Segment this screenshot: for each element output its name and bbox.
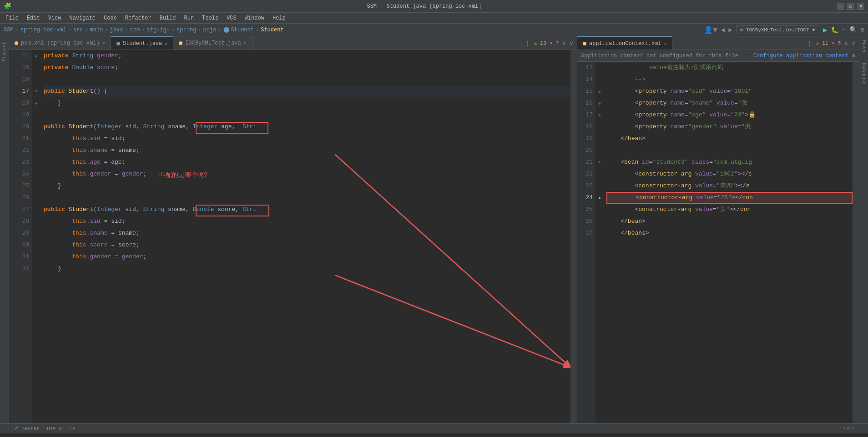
breadcrumb-com[interactable]: com <box>130 27 140 33</box>
pom-dot <box>15 41 18 45</box>
scroll-down-left[interactable]: ∨ <box>570 40 573 47</box>
menu-refactor[interactable]: Refactor <box>121 14 155 22</box>
toolbar-more-buttons: ⋯ <box>842 26 845 33</box>
scroll-up-right[interactable]: ∧ <box>844 40 848 47</box>
tab-appctx-close[interactable]: ✕ <box>664 41 666 46</box>
code-line-24: this . gender = gender ; <box>44 168 570 180</box>
tab-ioctest[interactable]: IOCByXMLTest.java ✕ <box>173 36 252 50</box>
project-label[interactable]: Project <box>2 42 7 61</box>
breadcrumb-spring[interactable]: spring <box>177 27 196 33</box>
code-line-27: public Student ( Integer sid, String sna… <box>44 204 570 216</box>
left-editor-scrollbar[interactable] <box>570 50 577 423</box>
code-line-21: this . sid = sid; <box>44 133 570 145</box>
tab-overflow-menu[interactable]: ⋮ <box>525 40 530 47</box>
breadcrumb-student[interactable]: Student <box>231 27 254 33</box>
fold-19 <box>32 74 41 85</box>
code-line-18: } <box>44 97 570 109</box>
right-editor-content: 13 14 15 16 17 18 19 20 21 22 23 24 25 2… <box>577 62 859 423</box>
breadcrumb-spring-ioc-xml[interactable]: spring-ioc-xml <box>20 27 66 33</box>
breadcrumb-student-class[interactable]: Student <box>261 27 283 33</box>
breadcrumb-ssm[interactable]: SSM <box>4 27 14 33</box>
fold-r15[interactable]: ◆ <box>595 85 604 97</box>
tab-pom[interactable]: pom.xml (spring-ioc-xml) ✕ <box>9 36 111 50</box>
rln-23: 23 <box>577 180 593 192</box>
close-button[interactable]: ✕ <box>857 3 864 10</box>
fold-r16[interactable]: ◆ <box>595 97 604 109</box>
status-branch[interactable]: ⎇ master <box>13 426 40 432</box>
code-line-16 <box>44 74 570 85</box>
search-button[interactable]: 🔍 <box>849 26 857 34</box>
toolbar-back-button[interactable]: ◀ <box>721 26 725 34</box>
menu-help[interactable]: Help <box>269 14 289 22</box>
fold-21[interactable]: ◆ <box>32 97 41 109</box>
menu-tools[interactable]: Tools <box>198 14 222 22</box>
breadcrumb-atguigu[interactable]: atguigu <box>147 27 170 33</box>
context-settings-icon[interactable]: ⚙ <box>852 52 855 59</box>
bottom-bar: ⎇ master UTF-8 LF 17:1 <box>0 423 868 433</box>
line-num-17: 17 <box>9 85 29 97</box>
fold-20[interactable]: ▼ <box>32 85 41 97</box>
student-dot <box>116 42 120 45</box>
right-editor-scrollbar[interactable] <box>853 62 859 423</box>
breadcrumb-main[interactable]: main <box>90 27 103 33</box>
scroll-down-right[interactable]: ∨ <box>852 40 855 47</box>
scroll-up-left[interactable]: ∧ <box>562 40 566 47</box>
debug-button[interactable]: 🐛 <box>831 26 838 34</box>
toolbar-right: 👤▼ ◀ ▶ ⚙ IOCByXMLTest.testIOC7 ▼ ▶ 🐛 ⋯ 🔍… <box>704 25 864 35</box>
maven-label[interactable]: Maven <box>861 40 866 54</box>
settings-button[interactable]: ⚙ <box>861 26 864 34</box>
tab-pom-close[interactable]: ✕ <box>102 40 105 46</box>
fold-r24[interactable]: ◆ <box>595 192 604 204</box>
menu-file[interactable]: File <box>2 14 22 22</box>
right-sidebar: Maven Database <box>859 36 868 423</box>
menu-vcs[interactable]: VCS <box>223 14 240 22</box>
xml-line-20 <box>606 145 853 156</box>
menu-navigate[interactable]: Navigate <box>66 14 99 22</box>
configure-context-link[interactable]: Configure application context <box>753 53 848 59</box>
database-label[interactable]: Database <box>861 63 866 85</box>
breadcrumb-pojo[interactable]: pojo <box>203 27 217 33</box>
code-body-left[interactable]: private String gender ; private Double s… <box>41 50 570 423</box>
fold-17[interactable]: ▶ <box>32 50 41 62</box>
menu-window[interactable]: Window <box>241 14 268 22</box>
fold-r17[interactable]: ◆ <box>595 109 604 121</box>
ioctest-dot <box>179 41 182 45</box>
breadcrumb-java[interactable]: java <box>110 27 123 33</box>
tab-student-close[interactable]: ✕ <box>165 41 167 46</box>
breadcrumb-src[interactable]: src <box>73 27 83 33</box>
code-line-23: this . age = age; <box>44 156 570 168</box>
right-editor-pane: applicationContext.xml ✕ ⋮ ⚠ 11 ✕ 5 ∧ ∨ … <box>577 36 859 423</box>
right-tab-actions: ⋮ ⚠ 11 ✕ 5 ∧ ∨ <box>807 36 859 50</box>
toolbar-forward-button[interactable]: ▶ <box>728 26 732 34</box>
xml-line-21: < bean id = "student3" class = "com.atgu… <box>606 156 853 168</box>
xml-line-27: </ beans > <box>606 227 853 239</box>
run-config-selector[interactable]: ⚙ IOCByXMLTest.testIOC7 ▼ <box>736 25 819 34</box>
right-tab-bar: applicationContext.xml ✕ ⋮ ⚠ 11 ✕ 5 ∧ ∨ <box>577 36 859 50</box>
rln-13: 13 <box>577 62 593 74</box>
menu-run[interactable]: Run <box>180 14 197 22</box>
run-button[interactable]: ▶ <box>823 25 828 35</box>
code-line-28: this . sid = sid; <box>44 216 570 227</box>
menu-code[interactable]: Code <box>100 14 121 22</box>
tab-ioctest-close[interactable]: ✕ <box>244 40 247 46</box>
bottom-left-panel <box>0 424 9 433</box>
xml-line-26: </ bean > <box>606 216 853 227</box>
tab-appctx[interactable]: applicationContext.xml ✕ <box>577 36 672 50</box>
code-line-19 <box>44 109 570 121</box>
toolbar-user-icon[interactable]: 👤▼ <box>704 25 717 35</box>
code-line-22: this . sname = sname; <box>44 145 570 156</box>
title-bar-controls: ─ □ ✕ <box>837 3 864 10</box>
minimize-button[interactable]: ─ <box>837 3 844 10</box>
fold-r21[interactable]: ▼ <box>595 156 604 168</box>
line-num-22: 22 <box>9 145 29 156</box>
xml-code-body[interactable]: value被注释为/测试用代码 --> < property name = "s… <box>604 62 853 423</box>
menu-view[interactable]: View <box>45 14 65 22</box>
menu-edit[interactable]: Edit <box>23 14 44 22</box>
tab-overflow-right[interactable]: ⋮ <box>807 40 812 47</box>
tab-student[interactable]: Student.java ✕ <box>111 36 173 50</box>
menu-build[interactable]: Build <box>156 14 179 22</box>
rln-14: 14 <box>577 74 593 85</box>
line-num-18: 18 <box>9 97 29 109</box>
line-num-24: 24 <box>9 168 29 180</box>
maximize-button[interactable]: □ <box>847 3 854 10</box>
